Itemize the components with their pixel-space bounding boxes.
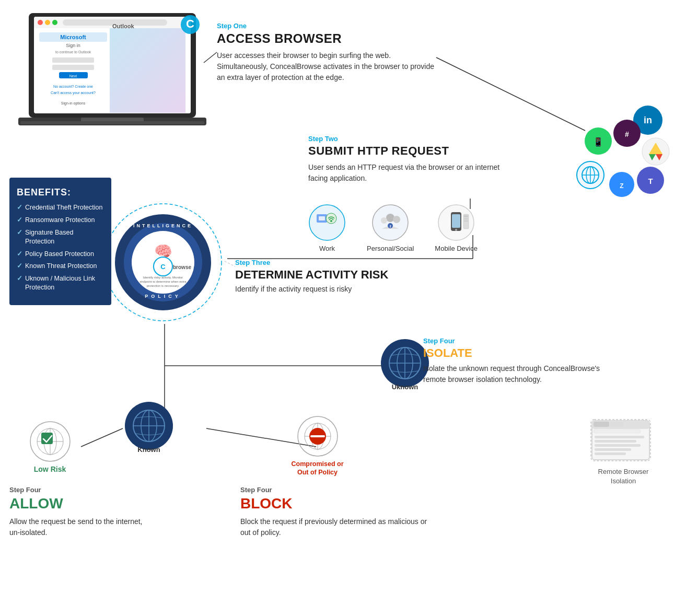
svg-rect-75 xyxy=(464,220,468,222)
step-one-label: Step One xyxy=(217,22,436,30)
svg-point-61 xyxy=(330,220,332,222)
step-four-isolate-title: ISOLATE xyxy=(423,346,643,360)
svg-point-18 xyxy=(52,20,57,25)
svg-rect-24 xyxy=(52,57,94,63)
benefits-title: BENEFITS: xyxy=(17,187,104,198)
step-four-block-label: Step Four xyxy=(240,486,455,494)
step-four-allow-desc: Allow the request be send to the interne… xyxy=(9,516,145,538)
svg-rect-120 xyxy=(595,440,636,443)
svg-text:Outlook: Outlook xyxy=(112,23,134,29)
svg-text:Known: Known xyxy=(137,446,160,454)
benefit-3: Signature Based Protection xyxy=(17,228,104,246)
svg-point-16 xyxy=(38,20,43,25)
device-row: Work f Personal/Social xyxy=(308,204,478,252)
svg-rect-122 xyxy=(595,448,631,451)
cbrowse-logo-top: C xyxy=(180,15,200,34)
step-four-allow-title: ALLOW xyxy=(9,495,145,512)
device-personal: f Personal/Social xyxy=(367,204,414,252)
svg-text:Can't access your account?: Can't access your account? xyxy=(51,91,96,95)
svg-rect-119 xyxy=(595,436,644,438)
device-work-label: Work xyxy=(319,245,335,252)
svg-point-17 xyxy=(45,20,50,25)
svg-text:📱: 📱 xyxy=(593,137,603,147)
device-mobile: Mobile Device xyxy=(435,204,478,252)
svg-text:to continue to Outlook: to continue to Outlook xyxy=(55,50,91,54)
step-four-block-section: Step Four BLOCK Block the request if pre… xyxy=(240,486,455,538)
benefit-1: Credential Theft Protection xyxy=(17,203,104,212)
svg-text:f: f xyxy=(390,224,391,229)
svg-text:#: # xyxy=(625,130,629,138)
step-three-desc: Identify if the activity request is risk… xyxy=(235,285,449,293)
svg-rect-34 xyxy=(81,118,144,122)
step-two-desc: User sends an HTTP request via the brows… xyxy=(308,162,507,184)
svg-text:POLICY: POLICY xyxy=(145,294,181,299)
step-one-title: ACCESS BROWSER xyxy=(217,31,436,46)
svg-point-65 xyxy=(393,216,400,223)
svg-rect-117 xyxy=(610,422,623,427)
step-one-section: Step One ACCESS BROWSER User accesses th… xyxy=(217,22,436,83)
step-two-section: Step Two SUBMIT HTTP REQUEST User sends … xyxy=(308,135,507,184)
svg-text:Next: Next xyxy=(69,74,77,78)
step-two-label: Step Two xyxy=(308,135,507,143)
step-one-desc: User accesses their browser to begin sur… xyxy=(217,50,436,83)
svg-text:protection is necessary.: protection is necessary. xyxy=(147,284,180,287)
device-personal-label: Personal/Social xyxy=(367,245,414,252)
svg-rect-31 xyxy=(110,28,185,113)
svg-rect-121 xyxy=(595,444,641,447)
step-three-title: DETERMINE ACTIVITY RISK xyxy=(235,268,449,282)
svg-rect-116 xyxy=(594,422,609,427)
remote-browser-section: Remote BrowserIsolation xyxy=(589,418,657,486)
svg-rect-123 xyxy=(595,452,626,455)
svg-point-64 xyxy=(381,217,387,224)
benefit-5: Known Threat Protection xyxy=(17,262,104,271)
svg-rect-118 xyxy=(594,429,641,433)
svg-text:T: T xyxy=(648,177,653,185)
svg-rect-74 xyxy=(464,218,468,219)
cbrowse-intelligence-circle: 🧠 C browse INTELLIGENCE POLICY Identify … xyxy=(102,201,225,324)
svg-text:C: C xyxy=(160,263,166,271)
svg-text:browse: browse xyxy=(173,264,191,270)
compromised-area: Compromised orOut of Policy xyxy=(277,413,358,477)
svg-rect-35 xyxy=(20,121,204,124)
svg-point-57 xyxy=(309,205,345,240)
svg-line-0 xyxy=(436,57,585,131)
step-four-isolate-desc: Isolate the unknown request through Conc… xyxy=(423,363,601,385)
step-four-block-title: BLOCK xyxy=(240,495,455,512)
step-four-allow-section: Step Four ALLOW Allow the request be sen… xyxy=(9,486,145,538)
known-globe-node: Known xyxy=(123,400,175,459)
step-four-allow-label: Step Four xyxy=(9,486,145,494)
svg-text:INTELLIGENCE: INTELLIGENCE xyxy=(133,223,193,228)
svg-text:endpoint to determine when ext: endpoint to determine when extra xyxy=(139,280,187,283)
svg-rect-73 xyxy=(464,215,468,217)
compromised-label: Compromised orOut of Policy xyxy=(291,460,343,477)
svg-text:Sign in: Sign in xyxy=(66,43,80,48)
low-risk-label: Low Risk xyxy=(34,465,66,473)
benefit-4: Policy Based Protection xyxy=(17,250,104,259)
low-risk-area: Low Risk xyxy=(9,418,90,473)
benefit-2: Ransomware Protection xyxy=(17,216,104,225)
step-four-isolate-label: Step Four xyxy=(423,337,643,345)
svg-rect-25 xyxy=(52,65,94,70)
svg-text:Uknown: Uknown xyxy=(392,383,418,391)
svg-text:in: in xyxy=(644,115,652,125)
step-four-block-desc: Block the request if previously determin… xyxy=(240,516,439,538)
benefits-list: Credential Theft Protection Ransomware P… xyxy=(17,203,104,292)
benefit-6: Uknown / Malicious Link Protection xyxy=(17,274,104,292)
svg-text:C: C xyxy=(186,17,194,30)
step-two-title: SUBMIT HTTP REQUEST xyxy=(308,144,507,158)
page: Microsoft Sign in to continue to Outlook… xyxy=(0,0,686,616)
svg-line-5 xyxy=(225,261,235,266)
step-three-section: Step Three DETERMINE ACTIVITY RISK Ident… xyxy=(235,259,449,293)
device-work: Work xyxy=(308,204,346,252)
step-four-isolate-section: Step Four ISOLATE Isolate the unknown re… xyxy=(423,337,643,385)
apps-cluster: in # 📱 T Z xyxy=(575,102,671,199)
svg-rect-70 xyxy=(452,214,460,228)
benefits-box: BENEFITS: Credential Theft Protection Ra… xyxy=(9,178,111,305)
svg-text:Identify risky activity. Monit: Identify risky activity. Monitor xyxy=(143,276,183,279)
svg-text:Sign-in options: Sign-in options xyxy=(61,101,86,106)
remote-browser-label: Remote BrowserIsolation xyxy=(589,467,657,486)
svg-point-71 xyxy=(455,229,457,231)
svg-text:Microsoft: Microsoft xyxy=(60,34,86,40)
svg-point-62 xyxy=(373,205,408,240)
svg-text:Z: Z xyxy=(620,182,623,190)
